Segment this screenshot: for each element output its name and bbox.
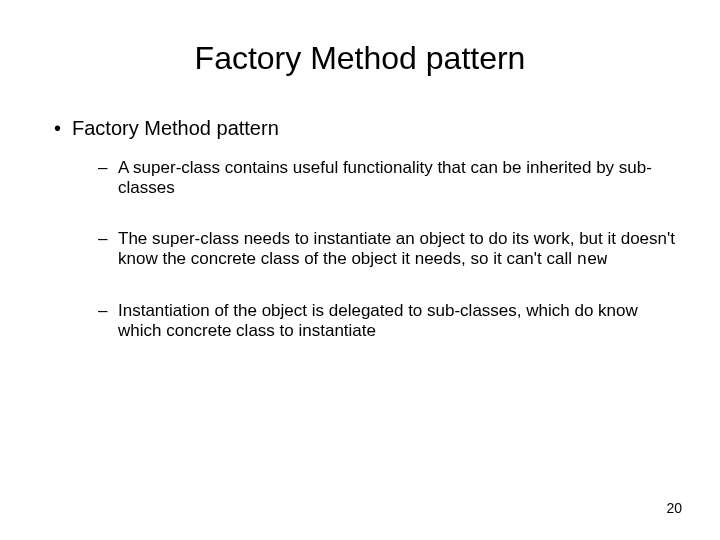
bullet-level1: •Factory Method pattern: [54, 117, 680, 140]
sub-bullet-text: The super-class needs to instantiate an …: [118, 229, 680, 271]
bullet-text: Factory Method pattern: [72, 117, 279, 140]
bullet-level2: – The super-class needs to instantiate a…: [98, 229, 680, 271]
slide-content: •Factory Method pattern – A super-class …: [0, 117, 720, 341]
sub-bullet-text: Instantiation of the object is delegated…: [118, 301, 680, 342]
bullet-level2: – A super-class contains useful function…: [98, 158, 680, 199]
dash-symbol: –: [98, 301, 118, 342]
bullet-level2: – Instantiation of the object is delegat…: [98, 301, 680, 342]
slide-title: Factory Method pattern: [0, 40, 720, 77]
code-keyword: new: [577, 250, 608, 269]
sub-bullet-text: A super-class contains useful functional…: [118, 158, 680, 199]
dash-symbol: –: [98, 158, 118, 199]
page-number: 20: [666, 500, 682, 516]
bullet-symbol: •: [54, 117, 72, 140]
dash-symbol: –: [98, 229, 118, 271]
